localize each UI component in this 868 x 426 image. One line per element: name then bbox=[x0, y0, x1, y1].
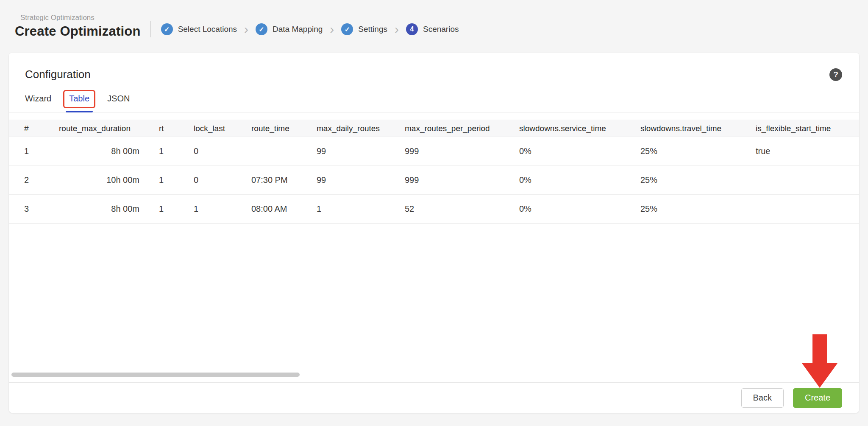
tab-active-underline bbox=[66, 111, 93, 112]
cell-is-flexible-start-time bbox=[740, 166, 859, 195]
table-row[interactable]: 1 8h 00m 1 0 99 999 0% 25% true bbox=[9, 137, 859, 166]
card-header: Configuration ? bbox=[9, 53, 859, 94]
step-scenarios[interactable]: 4 Scenarios bbox=[406, 23, 459, 35]
cell-route-time: 07:30 PM bbox=[236, 166, 301, 195]
cell-slowdowns-service-time: 0% bbox=[504, 166, 625, 195]
cell-max-daily-routes: 99 bbox=[301, 137, 389, 166]
chevron-right-icon: › bbox=[395, 23, 399, 35]
page-header: Strategic Optimizations Create Optimizat… bbox=[0, 0, 868, 42]
column-header-is-flexible-start-time: is_flexible_start_time bbox=[740, 120, 859, 137]
check-icon: ✓ bbox=[341, 23, 353, 35]
cell-route-time bbox=[236, 137, 301, 166]
create-button[interactable]: Create bbox=[793, 388, 842, 408]
cell-rt: 1 bbox=[144, 195, 178, 224]
cell-max-routes-per-period: 999 bbox=[389, 166, 504, 195]
annotation-arrow-down bbox=[802, 334, 837, 388]
column-header-lock-last: lock_last bbox=[178, 120, 236, 137]
cell-index: 2 bbox=[9, 166, 44, 195]
page: Strategic Optimizations Create Optimizat… bbox=[0, 0, 868, 413]
step-label: Select Locations bbox=[178, 25, 237, 34]
column-header-max-routes-per-period: max_routes_per_period bbox=[389, 120, 504, 137]
step-settings[interactable]: ✓ Settings bbox=[341, 23, 387, 35]
cell-index: 3 bbox=[9, 195, 44, 224]
cell-slowdowns-travel-time: 25% bbox=[625, 137, 740, 166]
step-label: Settings bbox=[358, 25, 387, 34]
cell-lock-last: 0 bbox=[178, 137, 236, 166]
chevron-right-icon: › bbox=[330, 23, 334, 35]
column-header-max-daily-routes: max_daily_routes bbox=[301, 120, 389, 137]
page-title: Create Optimization bbox=[15, 24, 141, 39]
title-block: Strategic Optimizations Create Optimizat… bbox=[15, 14, 141, 39]
cell-max-daily-routes: 1 bbox=[301, 195, 389, 224]
check-icon: ✓ bbox=[161, 23, 173, 35]
help-icon[interactable]: ? bbox=[829, 68, 842, 81]
cell-slowdowns-service-time: 0% bbox=[504, 137, 625, 166]
horizontal-scrollbar-thumb[interactable] bbox=[11, 373, 300, 377]
breadcrumb: Strategic Optimizations bbox=[20, 14, 141, 22]
table-row[interactable]: 2 10h 00m 1 0 07:30 PM 99 999 0% 25% bbox=[9, 166, 859, 195]
configuration-card: Configuration ? Wizard Table JSON # bbox=[9, 53, 859, 413]
cell-route-max-duration: 8h 00m bbox=[44, 137, 144, 166]
cell-rt: 1 bbox=[144, 137, 178, 166]
chevron-right-icon: › bbox=[244, 23, 248, 35]
step-data-mapping[interactable]: ✓ Data Mapping bbox=[256, 23, 323, 35]
cell-route-max-duration: 10h 00m bbox=[44, 166, 144, 195]
cell-slowdowns-travel-time: 25% bbox=[625, 195, 740, 224]
column-header-route-max-duration: route_max_duration bbox=[44, 120, 144, 137]
column-header-index: # bbox=[9, 120, 44, 137]
cell-is-flexible-start-time bbox=[740, 195, 859, 224]
stepper: ✓ Select Locations › ✓ Data Mapping › ✓ … bbox=[161, 23, 459, 35]
tab-wizard[interactable]: Wizard bbox=[25, 94, 51, 112]
column-header-rt: rt bbox=[144, 120, 178, 137]
title-divider bbox=[150, 21, 151, 37]
cell-slowdowns-travel-time: 25% bbox=[625, 166, 740, 195]
cell-lock-last: 1 bbox=[178, 195, 236, 224]
step-select-locations[interactable]: ✓ Select Locations bbox=[161, 23, 237, 35]
scenarios-table: # route_max_duration rt lock_last route_… bbox=[9, 120, 859, 224]
card-footer: Back Create bbox=[9, 382, 859, 413]
tab-table[interactable]: Table bbox=[69, 94, 89, 112]
cell-index: 1 bbox=[9, 137, 44, 166]
column-header-route-time: route_time bbox=[236, 120, 301, 137]
back-button[interactable]: Back bbox=[741, 388, 784, 408]
cell-max-routes-per-period: 52 bbox=[389, 195, 504, 224]
step-number-badge: 4 bbox=[406, 23, 418, 35]
cell-route-max-duration: 8h 00m bbox=[44, 195, 144, 224]
table-row[interactable]: 3 8h 00m 1 1 08:00 AM 1 52 0% 25% bbox=[9, 195, 859, 224]
card-title: Configuration bbox=[25, 68, 91, 81]
step-label: Scenarios bbox=[423, 25, 459, 34]
table-header-row: # route_max_duration rt lock_last route_… bbox=[9, 120, 859, 137]
cell-rt: 1 bbox=[144, 166, 178, 195]
cell-max-daily-routes: 99 bbox=[301, 166, 389, 195]
cell-is-flexible-start-time: true bbox=[740, 137, 859, 166]
cell-lock-last: 0 bbox=[178, 166, 236, 195]
cell-slowdowns-service-time: 0% bbox=[504, 195, 625, 224]
tab-json[interactable]: JSON bbox=[107, 94, 130, 112]
tab-bar: Wizard Table JSON bbox=[9, 94, 859, 112]
tab-table-label: Table bbox=[69, 94, 89, 103]
column-header-slowdowns-travel-time: slowdowns.travel_time bbox=[625, 120, 740, 137]
column-header-slowdowns-service-time: slowdowns.service_time bbox=[504, 120, 625, 137]
cell-route-time: 08:00 AM bbox=[236, 195, 301, 224]
cell-max-routes-per-period: 999 bbox=[389, 137, 504, 166]
check-icon: ✓ bbox=[256, 23, 267, 35]
step-label: Data Mapping bbox=[273, 25, 323, 34]
